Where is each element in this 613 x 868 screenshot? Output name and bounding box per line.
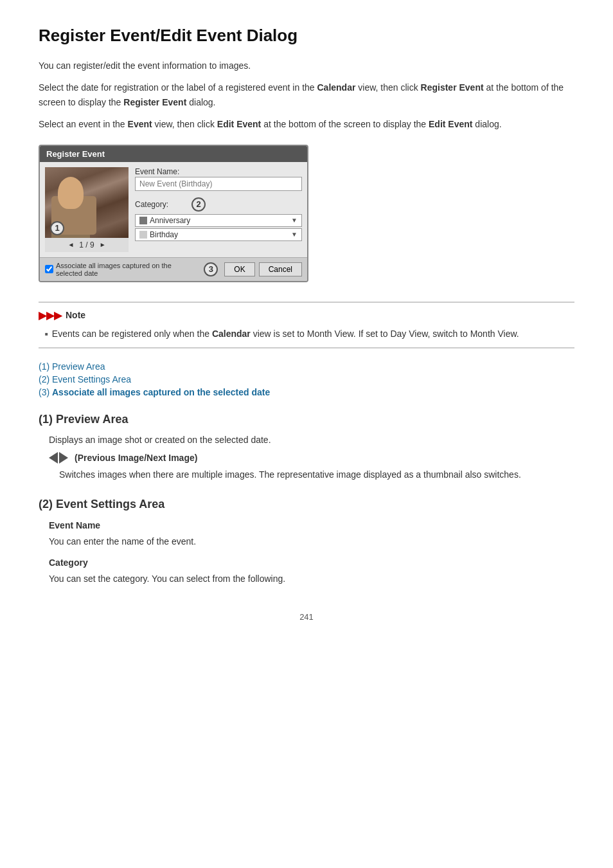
category-label: Category:: [135, 200, 168, 209]
preview-nav: ◄ 1 / 9 ►: [45, 238, 129, 252]
settings-pane: Event Name: Category: 2 Anniversary ▼: [135, 167, 302, 252]
category-label-row: Category: 2: [135, 197, 302, 212]
associate-label: Associate all images captured on the sel…: [56, 262, 197, 277]
badge-2: 2: [191, 197, 206, 212]
intro-para-1: You can register/edit the event informat…: [39, 59, 574, 73]
link-event-settings[interactable]: (2) Event Settings Area: [39, 374, 574, 384]
cancel-button[interactable]: Cancel: [259, 262, 302, 276]
page-number: 241: [39, 612, 574, 622]
dialog-titlebar: Register Event: [40, 146, 307, 162]
note-text: Events can be registered only when the C…: [52, 327, 519, 341]
birthday-arrow: ▼: [291, 231, 298, 238]
anniversary-arrow: ▼: [291, 217, 298, 224]
nav-counter: 1 / 9: [79, 240, 94, 249]
badge-1: 1: [50, 221, 64, 235]
link-associate-bold[interactable]: Associate all images captured on the sel…: [52, 387, 270, 397]
preview-pane: 1 ◄ 1 / 9 ►: [45, 167, 129, 252]
dialog-footer: Associate all images captured on the sel…: [40, 257, 307, 281]
sub2-text-event-name: You can enter the name of the event.: [39, 534, 574, 548]
anniversary-label: Anniversary: [150, 216, 190, 225]
prev-arrow[interactable]: ◄: [67, 241, 74, 248]
ok-button[interactable]: OK: [224, 262, 254, 276]
intro-para-2: Select the date for registration or the …: [39, 80, 574, 109]
associate-checkbox-label: Associate all images captured on the sel…: [45, 262, 197, 277]
subsection1-heading: (Previous Image/Next Image): [71, 453, 197, 463]
page-title: Register Event/Edit Event Dialog: [39, 26, 574, 46]
anniversary-dropdown[interactable]: Anniversary ▼: [135, 214, 302, 227]
birthday-color: [139, 231, 147, 239]
note-icon: ▶▶▶: [39, 309, 62, 321]
birthday-dropdown[interactable]: Birthday ▼: [135, 228, 302, 241]
sub2-text-category: You can set the category. You can select…: [39, 572, 574, 586]
link-list: (1) Preview Area (2) Event Settings Area…: [39, 361, 574, 397]
event-name-input[interactable]: [135, 177, 302, 191]
section1-heading: (1) Preview Area: [39, 413, 574, 426]
prev-icon: [49, 452, 58, 464]
event-name-label: Event Name:: [135, 167, 302, 176]
birthday-label: Birthday: [150, 230, 178, 239]
dialog-body: 1 ◄ 1 / 9 ► Event Name: Category: 2: [40, 162, 307, 281]
subsection1-text: Switches images when there are multiple …: [39, 467, 574, 482]
note-item: ■ Events can be registered only when the…: [39, 327, 574, 341]
register-event-dialog: Register Event 1 ◄ 1 / 9 ►: [39, 145, 308, 282]
next-icon: [59, 452, 68, 464]
link-associate: (3) Associate all images captured on the…: [39, 387, 574, 397]
preview-image: 1: [45, 167, 129, 238]
link-preview-area[interactable]: (1) Preview Area: [39, 361, 574, 372]
next-arrow[interactable]: ►: [100, 241, 106, 248]
note-title: ▶▶▶ Note: [39, 309, 574, 321]
badge-3: 3: [204, 262, 218, 276]
sub2-heading-category: Category: [49, 557, 574, 568]
sub2-heading-event-name: Event Name: [49, 520, 574, 530]
anniversary-color: [139, 217, 147, 224]
note-bullet: ■: [45, 330, 48, 341]
link-associate-pre: (3): [39, 387, 52, 397]
prev-next-icons: [49, 452, 68, 464]
associate-checkbox[interactable]: [45, 265, 53, 273]
category-group: Category: 2 Anniversary ▼ Birthda: [135, 197, 302, 242]
section1-desc: Displays an image shot or created on the…: [39, 433, 574, 447]
intro-para-3: Select an event in the Event view, then …: [39, 117, 574, 131]
note-section: ▶▶▶ Note ■ Events can be registered only…: [39, 302, 574, 348]
section2-heading: (2) Event Settings Area: [39, 498, 574, 511]
prev-next-heading-row: (Previous Image/Next Image): [39, 452, 574, 464]
event-name-group: Event Name:: [135, 167, 302, 191]
dialog-main: 1 ◄ 1 / 9 ► Event Name: Category: 2: [40, 162, 307, 257]
